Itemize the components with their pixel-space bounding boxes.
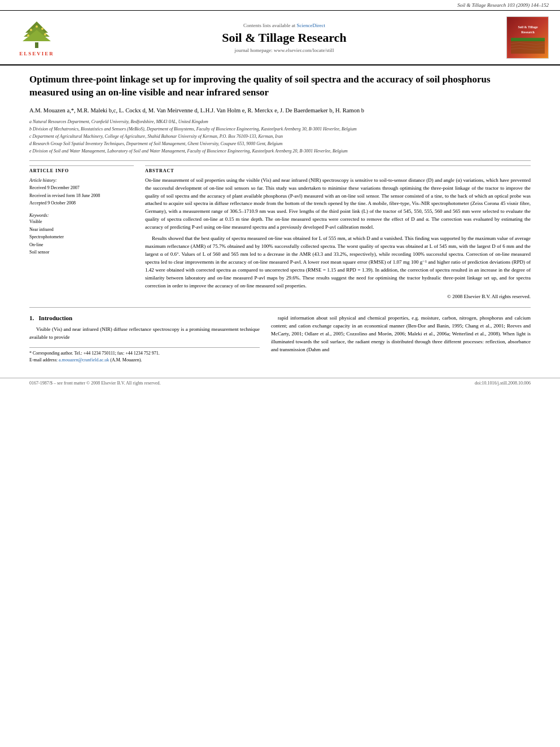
keyword-online: On-line — [29, 241, 134, 249]
svg-point-6 — [27, 34, 29, 37]
introduction-title: 1. Introduction — [29, 314, 260, 321]
copyright-line: © 2008 Elsevier B.V. All rights reserved… — [145, 294, 531, 299]
affiliation-e: e Division of Soil and Water Management,… — [29, 148, 531, 155]
article-title: Optimum three-point linkage set up for i… — [29, 73, 531, 99]
introduction-text-left: Visible (Vis) and near infrared (NIR) di… — [29, 326, 260, 342]
svg-point-8 — [36, 25, 38, 28]
svg-rect-0 — [35, 42, 38, 48]
article-info-column: ARTICLE INFO Article history: Received 9… — [29, 165, 134, 299]
affiliations: a Natural Resources Department, Cranfiel… — [29, 119, 531, 155]
affiliation-d: d Research Group Soil Spatial Inventory … — [29, 141, 531, 147]
journal-banner: ELSEVIER Contents lists available at Sci… — [0, 11, 560, 65]
abstract-paragraph-2: Results showed that the best quality of … — [145, 235, 531, 290]
doi-text: doi:10.1016/j.still.2008.10.006 — [475, 381, 531, 386]
abstract-column: ABSTRACT On-line measurement of soil pro… — [145, 165, 531, 299]
abstract-paragraph-1: On-line measurement of soil properties u… — [145, 177, 531, 232]
journal-title: Soil & Tillage Research — [62, 30, 506, 45]
journal-center-info: Contents lists available at ScienceDirec… — [62, 23, 506, 53]
journal-cover-svg: Soil & Tillage Research — [508, 18, 548, 58]
svg-point-5 — [41, 28, 43, 30]
email-link[interactable]: a.mouazen@cranfield.ac.uk — [59, 357, 109, 362]
main-content: Optimum three-point linkage set up for i… — [0, 65, 560, 372]
keyword-spectrophotometer: Spectrophotometer — [29, 233, 134, 241]
received-revised-date: Received in revised form 18 June 2008 — [29, 192, 134, 200]
article-info-abstract-section: ARTICLE INFO Article history: Received 9… — [29, 165, 531, 299]
elsevier-tree-icon — [17, 19, 56, 50]
svg-point-4 — [30, 29, 32, 31]
keyword-visible: Visible — [29, 218, 134, 226]
svg-rect-13 — [511, 38, 545, 41]
affiliation-b: b Division of Mechatronics, Biostatistic… — [29, 126, 531, 133]
affiliation-c: c Department of Agricultural Machinery, … — [29, 133, 531, 140]
history-label: Article history: — [29, 177, 134, 185]
abstract-text: On-line measurement of soil properties u… — [145, 177, 531, 290]
section-divider — [29, 160, 531, 161]
accepted-date: Accepted 9 October 2008 — [29, 199, 134, 207]
contents-available-text: Contents lists available at ScienceDirec… — [62, 23, 506, 28]
introduction-text-right: rapid information about soil physical an… — [271, 314, 531, 354]
authors-text: A.M. Mouazen a,*, M.R. Maleki b,c, L. Co… — [29, 107, 364, 113]
svg-text:Soil & Tillage: Soil & Tillage — [518, 25, 537, 29]
journal-reference: Soil & Tillage Research 103 (2009) 144–1… — [457, 2, 549, 8]
article-info-heading: ARTICLE INFO — [29, 165, 134, 173]
page-footer: 0167-1987/$ – see front matter © 2008 El… — [0, 378, 560, 388]
received-date: Received 9 December 2007 — [29, 184, 134, 192]
elsevier-brand-text: ELSEVIER — [19, 51, 54, 56]
keyword-nir: Near infrared — [29, 226, 134, 234]
footnote-email-line: E-mail address: a.mouazen@cranfield.ac.u… — [29, 357, 260, 364]
email-name: (A.M. Mouazen). — [110, 357, 142, 362]
intro-right-column: rapid information about soil physical an… — [271, 314, 531, 364]
sciencedirect-link[interactable]: ScienceDirect — [297, 23, 325, 28]
journal-homepage: journal homepage: www.elsevier.com/locat… — [62, 47, 506, 53]
page: Soil & Tillage Research 103 (2009) 144–1… — [0, 0, 560, 747]
introduction-section: 1. Introduction Visible (Vis) and near i… — [29, 307, 531, 364]
keyword-soil-sensor: Soil sensor — [29, 248, 134, 256]
authors-line: A.M. Mouazen a,*, M.R. Maleki b,c, L. Co… — [29, 106, 531, 115]
keywords-section: Keywords: Visible Near infrared Spectrop… — [29, 213, 134, 256]
journal-cover-image: Soil & Tillage Research — [506, 16, 549, 59]
intro-left-column: 1. Introduction Visible (Vis) and near i… — [29, 314, 260, 364]
keywords-label: Keywords: — [29, 213, 134, 218]
abstract-heading: ABSTRACT — [145, 165, 531, 173]
footnote-area: * Corresponding author. Tel.: +44 1234 7… — [29, 347, 260, 365]
issn-text: 0167-1987/$ – see front matter © 2008 El… — [29, 381, 161, 386]
affiliation-a: a Natural Resources Department, Cranfiel… — [29, 119, 531, 125]
email-label: E-mail address: — [29, 357, 58, 362]
elsevier-logo: ELSEVIER — [11, 19, 62, 56]
article-history-section: Article history: Received 9 December 200… — [29, 177, 134, 207]
footnote-corresponding: * Corresponding author. Tel.: +44 1234 7… — [29, 350, 260, 357]
svg-text:Research: Research — [521, 30, 535, 34]
journal-header: Soil & Tillage Research 103 (2009) 144–1… — [0, 0, 560, 11]
svg-point-7 — [44, 33, 46, 36]
